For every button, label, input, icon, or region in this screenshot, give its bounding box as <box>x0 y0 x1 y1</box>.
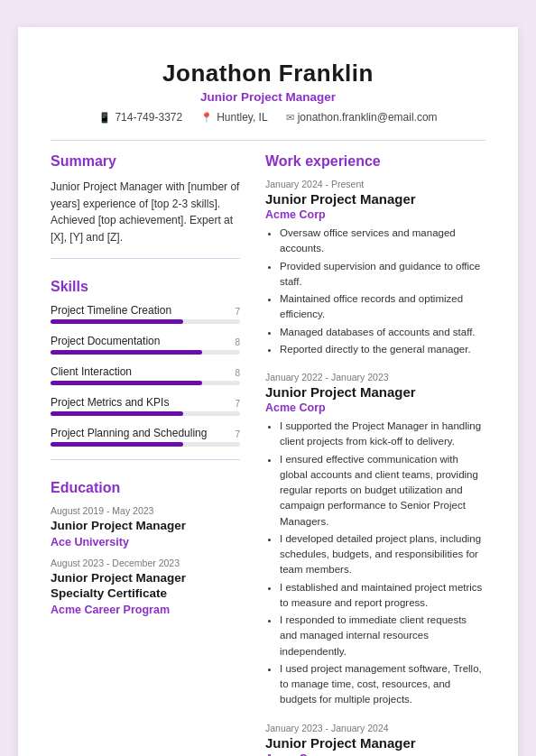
skill-item: Project Timeline Creation 7 <box>51 304 240 324</box>
edu-school: Ace University <box>51 536 240 549</box>
skill-bar-fill <box>51 381 202 385</box>
skill-bar-track <box>51 411 240 416</box>
summary-text: Junior Project Manager with [number of y… <box>51 179 240 245</box>
skill-score: 8 <box>235 337 240 347</box>
work-item: January 2022 - January 2023 Junior Proje… <box>265 372 485 708</box>
work-list: January 2024 - Present Junior Project Ma… <box>265 179 485 756</box>
work-job-title: Junior Project Manager <box>265 735 485 751</box>
skill-item: Project Documentation 8 <box>51 335 240 355</box>
skill-score: 7 <box>235 429 240 439</box>
skill-item: Client Interaction 8 <box>51 365 240 385</box>
edu-school: Acme Career Program <box>51 604 240 616</box>
right-column: Work experience January 2024 - Present J… <box>265 153 485 756</box>
email-text: jonathon.franklin@email.com <box>298 111 438 124</box>
contact-email: ✉ jonathon.franklin@email.com <box>286 111 438 124</box>
work-bullet: Maintained office records and optimized … <box>280 291 485 323</box>
work-bullets-list: I supported the Project Manager in handl… <box>265 419 485 708</box>
skill-bar-fill <box>51 319 183 324</box>
left-column: Summary Junior Project Manager with [num… <box>51 153 240 756</box>
work-bullet: I responded to immediate client requests… <box>280 613 485 659</box>
skill-bar-wrapper: 7 <box>51 319 240 324</box>
contact-location: 📍 Huntley, IL <box>200 111 267 124</box>
contact-phone: 📱 714-749-3372 <box>98 111 182 124</box>
skill-item: Project Metrics and KPIs 7 <box>51 396 240 416</box>
summary-title: Summary <box>51 153 240 170</box>
work-company: Acme Corp <box>265 401 485 414</box>
skills-divider <box>51 459 240 460</box>
skill-bar-track <box>51 319 240 324</box>
skill-bar-fill <box>51 411 183 416</box>
skill-item: Project Planning and Scheduling 7 <box>51 427 240 447</box>
candidate-name: Jonathon Franklin <box>51 60 485 88</box>
skill-bar-wrapper: 8 <box>51 381 240 385</box>
candidate-title: Junior Project Manager <box>51 90 485 104</box>
education-item: August 2023 - December 2023 Junior Proje… <box>51 558 240 616</box>
work-company: Acme Corp <box>265 752 485 757</box>
work-date: January 2022 - January 2023 <box>265 372 485 383</box>
skill-name: Project Documentation <box>51 335 240 347</box>
skill-bar-track <box>51 442 240 447</box>
work-bullets-list: Oversaw office services and managed acco… <box>265 226 485 357</box>
skills-title: Skills <box>51 279 240 295</box>
header: Jonathon Franklin Junior Project Manager… <box>51 60 485 124</box>
skill-score: 7 <box>235 307 240 317</box>
work-job-title: Junior Project Manager <box>265 384 485 400</box>
edu-date: August 2019 - May 2023 <box>51 505 240 516</box>
skill-bar-fill <box>51 442 183 447</box>
resume-container: Jonathon Franklin Junior Project Manager… <box>18 27 518 756</box>
body-columns: Summary Junior Project Manager with [num… <box>51 153 485 756</box>
phone-icon: 📱 <box>98 112 111 124</box>
skill-bar-track <box>51 381 240 385</box>
skill-bar-track <box>51 350 240 355</box>
work-bullet: I supported the Project Manager in handl… <box>280 419 485 450</box>
location-icon: 📍 <box>200 112 213 124</box>
education-title: Education <box>51 480 240 496</box>
work-company: Acme Corp <box>265 208 485 221</box>
edu-degree: Junior Project Manager Specialty Certifi… <box>51 570 240 602</box>
skill-score: 7 <box>235 399 240 409</box>
skill-score: 8 <box>235 368 240 378</box>
work-date: January 2024 - Present <box>265 179 485 189</box>
skill-name: Project Timeline Creation <box>51 304 240 317</box>
phone-text: 714-749-3372 <box>115 111 182 124</box>
work-bullet: I used project management software, Trel… <box>280 661 485 708</box>
work-bullet: Managed databases of accounts and staff. <box>280 325 485 340</box>
email-icon: ✉ <box>286 112 294 124</box>
skill-bar-wrapper: 7 <box>51 411 240 416</box>
work-bullet: Reported directly to the general manager… <box>280 342 485 357</box>
work-bullet: I established and maintained project met… <box>280 580 485 612</box>
work-item: January 2024 - Present Junior Project Ma… <box>265 179 485 357</box>
work-item: January 2023 - January 2024 Junior Proje… <box>265 723 485 757</box>
skill-name: Project Planning and Scheduling <box>51 427 240 439</box>
skill-bar-wrapper: 7 <box>51 442 240 447</box>
skill-name: Client Interaction <box>51 365 240 378</box>
work-job-title: Junior Project Manager <box>265 191 485 207</box>
skill-name: Project Metrics and KPIs <box>51 396 240 409</box>
work-bullet: I ensured effective communication with g… <box>280 452 485 530</box>
work-date: January 2023 - January 2024 <box>265 723 485 733</box>
summary-section: Summary Junior Project Manager with [num… <box>51 153 240 245</box>
education-list: August 2019 - May 2023 Junior Project Ma… <box>51 505 240 616</box>
contact-row: 📱 714-749-3372 📍 Huntley, IL ✉ jonathon.… <box>51 111 485 124</box>
work-bullet: I developed detailed project plans, incl… <box>280 531 485 578</box>
skills-section: Skills Project Timeline Creation 7 Proje… <box>51 279 240 447</box>
skill-bar-fill <box>51 350 202 355</box>
work-title: Work experience <box>265 153 485 170</box>
summary-divider <box>51 258 240 259</box>
education-section: Education August 2019 - May 2023 Junior … <box>51 480 240 616</box>
work-bullet: Oversaw office services and managed acco… <box>280 226 485 257</box>
skill-bar-wrapper: 8 <box>51 350 240 355</box>
edu-date: August 2023 - December 2023 <box>51 558 240 568</box>
skills-list: Project Timeline Creation 7 Project Docu… <box>51 304 240 447</box>
edu-degree: Junior Project Manager <box>51 518 240 534</box>
location-text: Huntley, IL <box>217 111 267 124</box>
header-divider <box>51 140 485 141</box>
work-bullet: Provided supervision and guidance to off… <box>280 259 485 290</box>
education-item: August 2019 - May 2023 Junior Project Ma… <box>51 505 240 549</box>
